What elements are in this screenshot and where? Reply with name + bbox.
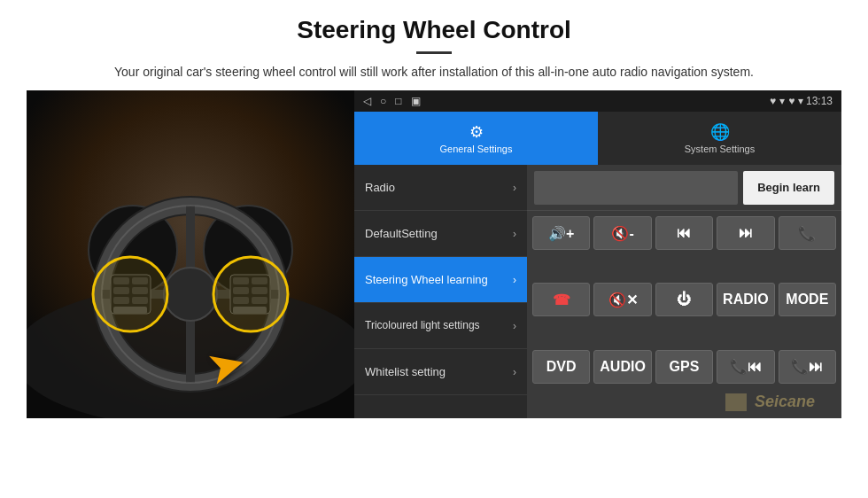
home-icon[interactable]: ○ xyxy=(380,95,386,107)
learned-key-display xyxy=(534,171,738,205)
audio-button[interactable]: AUDIO xyxy=(593,350,651,384)
mute-icon: 🔇✕ xyxy=(608,292,638,308)
android-screen: ◁ ○ □ ▣ ♥ ▾ ♥ ▾ 13:13 ⚙ General Settings… xyxy=(354,90,841,418)
chevron-right-icon: › xyxy=(513,320,516,332)
tab-system-label: System Settings xyxy=(685,144,755,154)
radio-button-label: RADIO xyxy=(723,292,769,307)
menu-item-whitelist[interactable]: Whitelist setting › xyxy=(354,349,527,395)
menu-item-whitelist-label: Whitelist setting xyxy=(365,365,446,379)
svg-point-29 xyxy=(213,257,288,331)
phone-next-icon: 📞⏭ xyxy=(791,358,823,375)
dvd-button[interactable]: DVD xyxy=(532,350,590,384)
phone-prev-icon: 📞⏮ xyxy=(730,358,762,375)
power-icon: ⏻ xyxy=(677,292,691,307)
car-interior-svg xyxy=(27,90,354,418)
svg-point-10 xyxy=(164,268,217,321)
recent-icon[interactable]: □ xyxy=(395,95,401,107)
phone-next-button[interactable]: 📞⏭ xyxy=(779,350,836,384)
next-track-icon: ⏭ xyxy=(739,225,753,241)
phone-prev-button[interactable]: 📞⏮ xyxy=(717,350,774,384)
gps-icon: ♥ xyxy=(770,95,776,107)
tab-general-label: General Settings xyxy=(440,144,513,154)
chevron-right-icon: › xyxy=(513,274,516,286)
tab-system-settings[interactable]: 🌐 System Settings xyxy=(598,112,841,165)
volume-down-button[interactable]: 🔇- xyxy=(593,216,651,250)
phone-hangup-icon: ☎ xyxy=(553,292,570,308)
menu-item-tricoloured[interactable]: Tricoloured light settings › xyxy=(354,303,527,349)
prev-track-button[interactable]: ⏮ xyxy=(655,216,713,250)
main-content: ➤ ◁ ○ □ ▣ ♥ ▾ ♥ ▾ 13:13 ⚙ General Settin… xyxy=(27,90,841,418)
divider xyxy=(416,51,452,54)
general-settings-icon: ⚙ xyxy=(469,122,484,142)
mode-button[interactable]: MODE xyxy=(779,283,836,316)
phone-answer-button[interactable]: 📞 xyxy=(779,216,836,250)
system-settings-icon: 🌐 xyxy=(710,122,730,142)
car-image-area: ➤ xyxy=(27,90,354,418)
chevron-right-icon: › xyxy=(513,182,516,194)
top-tabs: ⚙ General Settings 🌐 System Settings xyxy=(354,112,841,165)
menu-item-default-setting[interactable]: DefaultSetting › xyxy=(354,211,527,257)
next-track-button[interactable]: ⏭ xyxy=(717,216,774,250)
menu-item-steering-label: Steering Wheel learning xyxy=(365,273,488,287)
volume-up-icon: 🔊+ xyxy=(548,225,574,242)
menu-item-steering-wheel[interactable]: Steering Wheel learning › xyxy=(354,257,527,303)
chevron-right-icon: › xyxy=(513,228,516,240)
phone-answer-icon: 📞 xyxy=(798,225,816,242)
chevron-right-icon: › xyxy=(513,366,516,378)
status-bar-nav-icons: ◁ ○ □ ▣ xyxy=(363,95,421,107)
steering-wheel-image: ➤ xyxy=(27,90,354,418)
begin-learn-button[interactable]: Begin learn xyxy=(743,171,834,205)
radio-button[interactable]: RADIO xyxy=(717,283,774,316)
gps-button[interactable]: GPS xyxy=(655,350,713,384)
prev-track-icon: ⏮ xyxy=(677,225,691,241)
status-bar: ◁ ○ □ ▣ ♥ ▾ ♥ ▾ 13:13 xyxy=(354,90,841,112)
screenshot-icon[interactable]: ▣ xyxy=(411,95,421,107)
mode-button-label: MODE xyxy=(786,292,828,307)
dvd-button-label: DVD xyxy=(546,359,577,375)
tab-general-settings[interactable]: ⚙ General Settings xyxy=(354,112,598,165)
begin-learn-row: Begin learn xyxy=(527,165,841,211)
control-button-grid: 🔊+ 🔇- ⏮ ⏭ 📞 ☎ xyxy=(527,211,841,418)
time-display: ♥ ▾ 13:13 xyxy=(788,95,833,107)
page-title: Steering Wheel Control xyxy=(53,16,815,44)
svg-point-28 xyxy=(93,257,167,331)
right-control-panel: Begin learn 🔊+ 🔇- ⏮ ⏭ xyxy=(527,165,841,418)
gps-button-label: GPS xyxy=(670,359,700,375)
mute-button[interactable]: 🔇✕ xyxy=(593,283,651,316)
volume-down-icon: 🔇- xyxy=(611,225,633,242)
page-description: Your original car's steering wheel contr… xyxy=(53,63,815,82)
back-icon[interactable]: ◁ xyxy=(363,95,371,107)
audio-button-label: AUDIO xyxy=(600,359,646,375)
menu-item-radio-label: Radio xyxy=(365,181,395,195)
status-bar-info: ♥ ▾ ♥ ▾ 13:13 xyxy=(770,95,833,107)
signal-icon: ▾ xyxy=(779,95,785,107)
menu-item-tricoloured-label: Tricoloured light settings xyxy=(365,319,480,331)
menu-item-default-label: DefaultSetting xyxy=(365,227,438,241)
power-button[interactable]: ⏻ xyxy=(655,283,713,316)
screen-content: Radio › DefaultSetting › Steering Wheel … xyxy=(354,165,841,418)
phone-hangup-button[interactable]: ☎ xyxy=(532,283,590,316)
menu-item-radio[interactable]: Radio › xyxy=(354,165,527,211)
left-menu: Radio › DefaultSetting › Steering Wheel … xyxy=(354,165,527,418)
volume-up-button[interactable]: 🔊+ xyxy=(532,216,590,250)
page-header: Steering Wheel Control Your original car… xyxy=(0,0,868,90)
